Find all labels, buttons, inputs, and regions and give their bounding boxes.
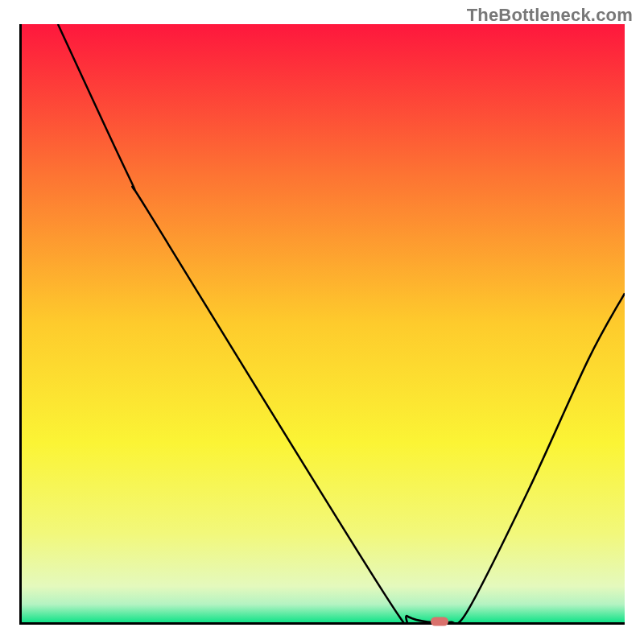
curve-line [22, 24, 625, 622]
optimum-marker [431, 617, 448, 626]
watermark-text: TheBottleneck.com [467, 5, 633, 26]
plot-frame [19, 24, 625, 625]
